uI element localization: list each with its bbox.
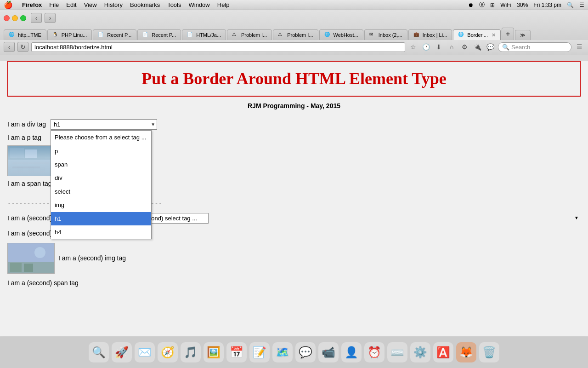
bookmark-icon[interactable]: ☆ (408, 42, 418, 52)
menu-icon[interactable]: ☰ (579, 2, 584, 8)
tab-2[interactable]: 🐧 PHP Linu... (47, 29, 92, 40)
tab-10[interactable]: 💼 Inbox | Li... (408, 29, 452, 40)
second-span-tag-row: I am a (second) span tag (7, 277, 581, 289)
tab-label-5: HTML/Ja... (196, 32, 221, 38)
menu-help[interactable]: Help (217, 1, 230, 8)
tab-1[interactable]: 🌐 http...TME (4, 29, 46, 40)
traffic-lights (4, 15, 26, 21)
tab-label-2: PHP Linu... (62, 32, 87, 38)
tab-label-4: Recent P... (152, 32, 176, 38)
home-icon[interactable]: ⌂ (447, 42, 457, 52)
search-icon[interactable]: 🔍 (567, 2, 574, 8)
close-button[interactable] (4, 15, 10, 21)
img-placeholder-1 (7, 145, 55, 176)
tab-label-7: Problem I... (287, 32, 313, 38)
settings-icon[interactable]: ⚙ (459, 42, 469, 52)
tab-7[interactable]: ⚠ Problem I... (273, 29, 318, 40)
dropdown-option-span[interactable]: span (51, 158, 151, 171)
chat-icon[interactable]: 💬 (485, 42, 495, 52)
back-button[interactable]: ‹ (31, 13, 42, 23)
svg-point-12 (34, 247, 45, 258)
tab-favicon-5: 📄 (187, 32, 193, 38)
svg-rect-1 (8, 160, 55, 176)
download-icon[interactable]: ⬇ (434, 42, 444, 52)
svg-rect-4 (12, 162, 49, 164)
img-svg-2 (8, 243, 55, 274)
dropdown-option-h4[interactable]: h4 (51, 225, 151, 239)
svg-rect-10 (10, 263, 22, 272)
svg-rect-8 (8, 243, 55, 262)
back-btn-2[interactable]: ‹ (4, 42, 15, 52)
minimize-button[interactable] (12, 15, 18, 21)
apple-menu[interactable]: 🍎 (4, 0, 13, 9)
forward-button[interactable]: › (45, 13, 56, 23)
url-box[interactable]: localhost:8888/borderize.html (31, 42, 405, 52)
browser-chrome: ‹ › 🌐 http...TME 🐧 PHP Linu... 📄 Recent … (0, 10, 588, 55)
page-title: Put a Border Around HTML Element Type (141, 69, 446, 88)
p-tag-label: I am a p tag (7, 134, 41, 141)
menu-tools[interactable]: Tools (167, 1, 181, 8)
dropdown-option-div[interactable]: div (51, 171, 151, 184)
maximize-button[interactable] (20, 15, 26, 21)
app-name[interactable]: Firefox (22, 1, 42, 8)
dropdown-option-img[interactable]: img (51, 198, 151, 212)
menu-file[interactable]: File (49, 1, 59, 8)
os-menubar: 🍎 Firefox File Edit View History Bookmar… (0, 0, 588, 10)
tab-label-9: Inbox (2,... (379, 32, 402, 38)
search-box[interactable]: 🔍 Search (498, 42, 571, 52)
search-label: Search (511, 44, 530, 51)
svg-rect-6 (12, 171, 45, 172)
overflow-icon[interactable]: ☰ (574, 42, 584, 52)
dropdown-option-select[interactable]: select (51, 185, 151, 198)
browser-toolbar: ‹ › (0, 10, 588, 26)
tab-4[interactable]: 📄 Recent P... (137, 29, 181, 40)
dropdown-option-placeholder[interactable]: Please choose from a select tag ... (51, 131, 151, 144)
search-icon-2: 🔍 (502, 44, 509, 51)
svg-rect-5 (12, 167, 40, 168)
browser-content: Put a Border Around HTML Element Type RJ… (0, 61, 588, 337)
tab-list[interactable]: ≫ (515, 30, 531, 40)
tab-favicon-1: 🌐 (9, 32, 15, 38)
tab-favicon-6: ⚠ (232, 32, 238, 38)
tab-label-10: Inbox | Li... (423, 32, 447, 38)
tab-6[interactable]: ⚠ Problem I... (227, 29, 272, 40)
menubar-right: ⏺ Ⓑ ⊞ WiFi 30% Fri 1:33 pm 🔍 ☰ (468, 1, 584, 9)
tab-favicon-7: ⚠ (278, 32, 284, 38)
svg-rect-11 (24, 264, 33, 272)
element-select-1[interactable]: Please choose from a select tag ... p sp… (51, 119, 157, 130)
tab-label-11: Borderi... (467, 32, 488, 38)
tab-close-11[interactable]: ✕ (492, 32, 496, 38)
tab-new[interactable]: + (502, 28, 514, 40)
tab-5[interactable]: 📄 HTML/Ja... (182, 29, 226, 40)
url-text: localhost:8888/borderize.html (34, 44, 113, 51)
dropdown-option-h1-selected[interactable]: h1 (51, 212, 151, 225)
svg-rect-0 (8, 146, 55, 176)
battery-indicator: 30% (517, 2, 528, 8)
menu-edit[interactable]: Edit (66, 1, 76, 8)
tab-11-active[interactable]: 🌐 Borderi... ✕ (453, 29, 501, 40)
menu-window[interactable]: Window (189, 1, 210, 8)
dropdown-option-p[interactable]: p (51, 144, 151, 158)
tab-3[interactable]: 📄 Recent P... (93, 29, 136, 40)
reload-btn[interactable]: ↻ (17, 42, 28, 52)
menu-history[interactable]: History (104, 1, 123, 8)
span-tag-label: I am a span tag (7, 180, 52, 187)
menu-view[interactable]: View (84, 1, 97, 8)
tab-favicon-8: 🌐 (324, 32, 331, 38)
tabs-bar: 🌐 http...TME 🐧 PHP Linu... 📄 Recent P...… (0, 26, 588, 40)
div-tag-row: I am a div tag Please choose from a sele… (7, 119, 581, 130)
menu-bookmarks[interactable]: Bookmarks (130, 1, 160, 8)
addon-icon[interactable]: 🔌 (472, 42, 482, 52)
history-icon[interactable]: 🕐 (421, 42, 431, 52)
second-img-tag-row: I am a (second) img tag (7, 243, 581, 274)
tab-8[interactable]: 🌐 WebHost... (319, 29, 363, 40)
dropdown-open-1: Please choose from a select tag ... p sp… (51, 130, 152, 239)
select-1-wrapper: Please choose from a select tag ... p sp… (51, 119, 157, 130)
svg-rect-3 (25, 150, 37, 158)
tab-favicon-3: 📄 (98, 32, 104, 38)
extension-icon: ⊞ (490, 2, 495, 8)
tab-9[interactable]: ✉ Inbox (2,... (364, 29, 407, 40)
svg-rect-2 (10, 148, 24, 158)
page-header: Put a Border Around HTML Element Type (7, 61, 581, 97)
tab-favicon-10: 💼 (413, 32, 420, 38)
